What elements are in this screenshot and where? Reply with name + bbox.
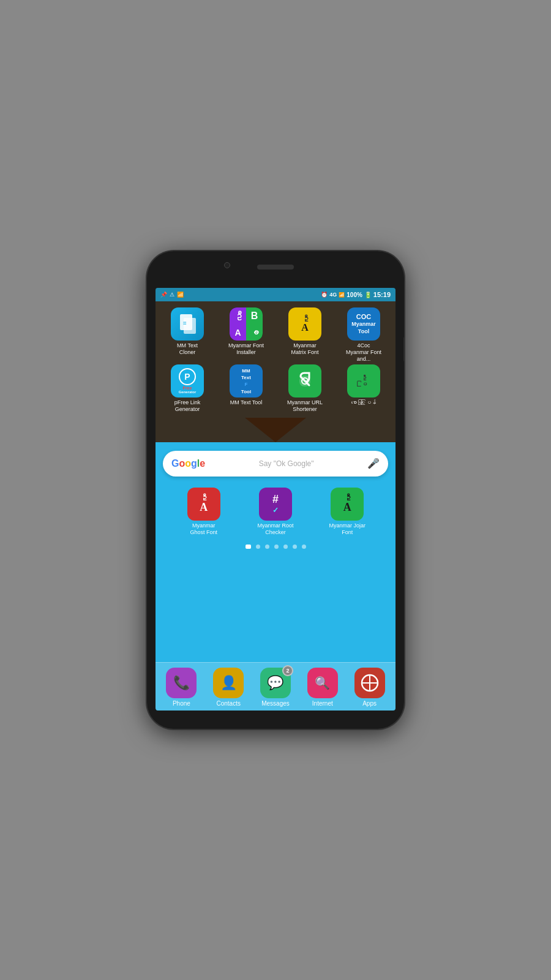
app-label-cloner: MM Text Cloner	[169, 342, 206, 356]
app-icon-font-installer: ဦ B A ခ	[230, 307, 263, 341]
folder-arrow	[159, 418, 392, 442]
app-label-matrix-font: Myanmar Matrix Font	[287, 342, 323, 356]
app-pfree[interactable]: P Free Generator pFree Link Generator	[159, 364, 216, 413]
dot-5	[283, 545, 288, 549]
app-myanmar-jojar-font[interactable]: ဦ A Myanmar Jojar Font	[329, 488, 365, 536]
battery-percent: 100%	[347, 292, 362, 298]
google-search-bar[interactable]: Google Say "Ok Google" 🎤	[163, 451, 388, 477]
dot-2	[256, 545, 260, 549]
pin-icon: 📌	[160, 292, 167, 298]
app-icon-url-shortener	[288, 364, 321, 398]
clock: 15:19	[373, 291, 391, 298]
svg-text:≡: ≡	[183, 320, 187, 326]
app-myanmar-root-checker[interactable]: # ✓ Myanmar Root Checker	[257, 488, 294, 536]
battery-icon: 🔋	[364, 292, 372, 298]
app-myanmar-8[interactable]: ဦပြ စာမေြးပြန်	[335, 364, 392, 413]
dock-contacts-icon: 👤	[213, 668, 244, 698]
google-logo: Google	[171, 458, 205, 469]
app-mm-text-tool[interactable]: MM Text F Tool MM Text Tool	[218, 364, 274, 413]
dock-messages[interactable]: 💬 2 Messages	[260, 668, 291, 707]
dock-phone[interactable]: 📞 Phone	[166, 668, 197, 707]
dock-apps-label: Apps	[362, 700, 377, 707]
app-myanmar-matrix-font[interactable]: ဦ A Myanmar Matrix Font	[277, 307, 333, 362]
dock-internet-icon: 🔍	[307, 668, 338, 698]
dock-contacts-label: Contacts	[216, 700, 240, 707]
app-myanmar-ghost-font[interactable]: ဦ A Myanmar Ghost Font	[186, 488, 222, 536]
dock-apps-icon	[354, 668, 385, 698]
dot-6	[293, 545, 297, 549]
dock-contacts[interactable]: 👤 Contacts	[213, 668, 244, 707]
dot-1	[246, 545, 251, 549]
dock-internet-label: Internet	[312, 700, 333, 707]
alarm-icon: ⏰	[321, 292, 328, 298]
status-right: ⏰ 4G 📶 100% 🔋 15:19	[321, 291, 391, 298]
phone-device: 📌 ⚠ 📶 ⏰ 4G 📶 100% 🔋 15:19	[147, 251, 404, 729]
status-left-icons: 📌 ⚠ 📶	[160, 292, 184, 298]
dot-7	[302, 545, 306, 549]
app-icon-jojar-font: ဦ A	[331, 488, 364, 521]
dock-phone-icon: 📞	[166, 668, 197, 698]
app-4coc-myanmar-font[interactable]: COC Myanmar Tool 4Coc Myanmar Font and..…	[335, 307, 392, 362]
home-area: ဦ A Myanmar Ghost Font # ✓ Myanmar Roo	[156, 483, 395, 662]
side-button[interactable]	[403, 337, 404, 361]
dock: 📞 Phone 👤 Contacts 💬 2 Messages	[156, 662, 395, 710]
app-url-shortener[interactable]: Myanmar URL Shortener	[277, 364, 333, 413]
app-icon-myanmar-8: ဦပြ	[347, 364, 380, 398]
folder-grid: ≡ MM Text Cloner ဦ B A ခ	[159, 307, 392, 418]
warning-icon: ⚠	[170, 292, 174, 298]
speaker	[257, 265, 294, 270]
app-label-myanmar-8: စာမေြးပြန်	[351, 399, 376, 406]
search-hint: Say "Ok Google"	[259, 459, 314, 468]
app-label-pfree: pFree Link Generator	[169, 399, 206, 413]
app-icon-matrix-font: ဦ A	[288, 307, 321, 341]
dock-phone-label: Phone	[173, 700, 190, 707]
dot-3	[265, 545, 269, 549]
mic-icon[interactable]: 🎤	[367, 458, 380, 469]
home-apps-row: ဦ A Myanmar Ghost Font # ✓ Myanmar Roo	[156, 488, 395, 536]
app-icon-4coc: COC Myanmar Tool	[347, 307, 380, 341]
app-mm-text-cloner[interactable]: ≡ MM Text Cloner	[159, 307, 216, 362]
dot-4	[274, 545, 279, 549]
messages-badge: 2	[282, 665, 293, 676]
signal-icon: 📶	[339, 292, 345, 298]
dock-apps[interactable]: Apps	[354, 668, 385, 707]
phone-screen: 📌 ⚠ 📶 ⏰ 4G 📶 100% 🔋 15:19	[156, 288, 395, 710]
app-icon-mm-text-tool: MM Text F Tool	[230, 364, 263, 398]
folder-area: ≡ MM Text Cloner ဦ B A ခ	[156, 301, 395, 442]
status-bar: 📌 ⚠ 📶 ⏰ 4G 📶 100% 🔋 15:19	[156, 288, 395, 301]
app-label-url-shortener: Myanmar URL Shortener	[287, 399, 323, 413]
app-label-ghost-font: Myanmar Ghost Font	[186, 522, 222, 536]
app-label-font-installer: Myanmar Font Installer	[228, 342, 264, 356]
camera	[224, 262, 230, 268]
network-type: 4G	[329, 292, 337, 298]
page-dots	[246, 545, 306, 549]
wifi-icon: 📶	[177, 292, 184, 298]
dock-messages-icon: 💬 2	[260, 668, 291, 698]
app-label-mm-text-tool: MM Text Tool	[230, 399, 263, 406]
app-icon-pfree: P Free Generator	[171, 364, 204, 398]
app-icon-cloner: ≡	[171, 307, 204, 341]
dock-internet[interactable]: 🔍 Internet	[307, 668, 338, 707]
app-label-4coc: 4Coc Myanmar Font and...	[345, 342, 382, 362]
app-myanmar-font-installer[interactable]: ဦ B A ခ Myanmar Font Installer	[218, 307, 274, 362]
app-icon-ghost-font: ဦ A	[187, 488, 220, 521]
app-icon-root-checker: # ✓	[259, 488, 292, 521]
dock-messages-label: Messages	[261, 700, 290, 707]
app-label-root-checker: Myanmar Root Checker	[257, 522, 294, 536]
app-label-jojar-font: Myanmar Jojar Font	[329, 522, 365, 536]
